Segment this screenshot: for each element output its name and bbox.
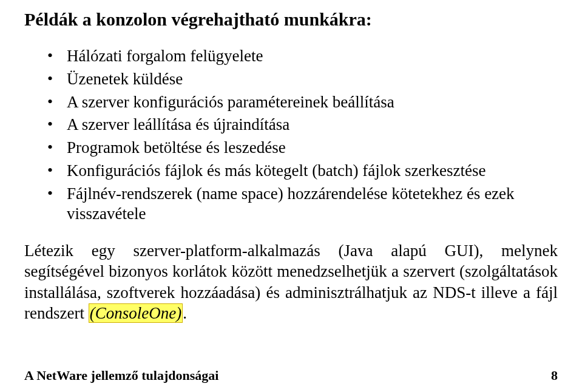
body-paragraph: Létezik egy szerver-platform-alkalmazás … [24,240,558,323]
footer-title: A NetWare jellemző tulajdonságai [24,368,218,384]
section-heading: Példák a konzolon végrehajtható munkákra… [24,8,558,30]
list-item: A szerver leállítása és újraindítása [67,113,558,137]
list-item: Programok betöltése és leszedése [67,137,558,160]
list-item: Hálózati forgalom felügyelete [67,45,558,68]
list-item: Fájlnév-rendszerek (name space) hozzáren… [67,183,558,226]
highlighted-term: (ConsoleOne) [89,303,183,323]
list-item: Konfigurációs fájlok és más kötegelt (ba… [67,160,558,183]
bullet-list: Hálózati forgalom felügyelete Üzenetek k… [24,45,558,226]
footer-page-number: 8 [551,368,558,384]
page-footer: A NetWare jellemző tulajdonságai 8 [24,368,558,384]
document-page: Példák a konzolon végrehajtható munkákra… [0,0,582,392]
list-item: A szerver konfigurációs paramétereinek b… [67,91,558,114]
paragraph-text-post: . [183,304,187,322]
list-item: Üzenetek küldése [67,68,558,91]
